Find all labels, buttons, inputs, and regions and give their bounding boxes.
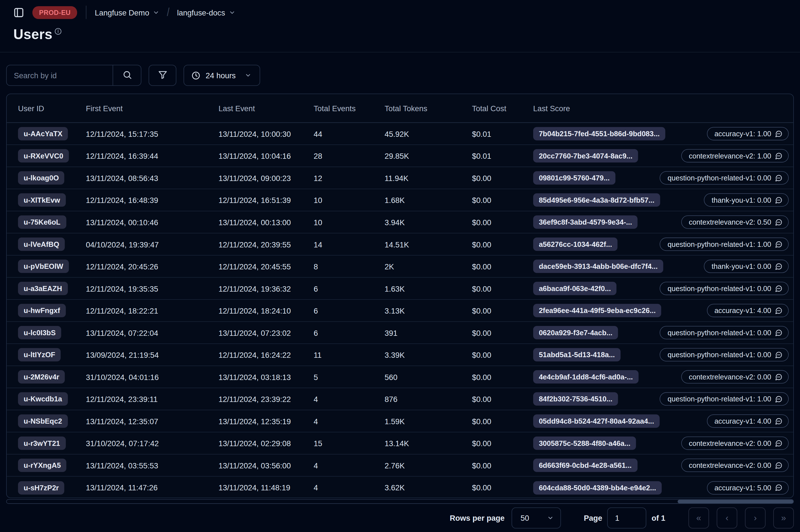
user-id-badge[interactable]: u-lVeAfBQ bbox=[18, 238, 65, 251]
total-events-cell: 4 bbox=[313, 483, 384, 492]
score-pill[interactable]: thank-you-v1: 0.00 bbox=[704, 260, 789, 273]
table-row[interactable]: u-lVeAfBQ 04/10/2024, 19:39:47 12/11/202… bbox=[7, 233, 794, 255]
score-pill[interactable]: question-python-related-v1: 1.00 bbox=[660, 393, 789, 405]
score-trace-id-badge[interactable]: 20cc7760-7be3-4074-8ac9... bbox=[533, 149, 638, 163]
score-pill[interactable]: contextrelevance-v2: 0.00 bbox=[681, 458, 788, 472]
score-pill[interactable]: question-python-related-v1: 0.00 bbox=[660, 282, 789, 295]
score-pill[interactable]: contextrelevance-v2: 0.50 bbox=[681, 215, 788, 229]
table-row[interactable]: u-sH7zP2r 13/11/2024, 11:47:26 13/11/202… bbox=[7, 477, 794, 498]
last-event-cell: 12/11/2024, 20:39:55 bbox=[218, 240, 313, 249]
table-row[interactable]: u-XlTkEvw 12/11/2024, 16:48:39 12/11/202… bbox=[7, 189, 794, 211]
comment-bubble-icon bbox=[775, 241, 783, 248]
sidebar-toggle-button[interactable] bbox=[13, 7, 24, 18]
user-id-badge[interactable]: u-RXeVVC0 bbox=[18, 149, 69, 163]
table-row[interactable]: u-2M26v4r 31/10/2024, 04:01:16 13/11/202… bbox=[7, 366, 794, 388]
next-page-button[interactable]: › bbox=[745, 508, 766, 529]
score-trace-id-badge[interactable]: 85d495e6-956e-4a3a-8d72-bfb57... bbox=[533, 193, 660, 207]
table-row[interactable]: u-RXeVVC0 12/11/2024, 16:39:44 13/11/202… bbox=[7, 145, 794, 167]
score-trace-id-badge[interactable]: 7b04b215-7fed-4551-b86d-9bd083... bbox=[533, 127, 665, 140]
score-trace-id-badge[interactable]: 84f2b302-7536-4510... bbox=[533, 393, 618, 405]
score-trace-id-badge[interactable]: 05dd94c8-b524-427f-80a4-92aa4... bbox=[533, 414, 660, 428]
score-trace-id-badge[interactable]: 604cda88-50d0-4389-bb4e-e94e2... bbox=[533, 481, 662, 494]
toolbar: 24 hours bbox=[6, 65, 800, 86]
total-tokens-cell: 29.85K bbox=[384, 151, 472, 160]
user-id-badge[interactable]: u-XlTkEvw bbox=[18, 193, 65, 207]
last-score-cell: 20cc7760-7be3-4074-8ac9... contextreleva… bbox=[533, 149, 793, 163]
table-row[interactable]: u-ltIYzOF 13/09/2024, 21:19:54 12/11/202… bbox=[7, 344, 794, 366]
search-button[interactable] bbox=[113, 65, 141, 85]
score-trace-id-badge[interactable]: 09801c99-5760-479... bbox=[533, 171, 615, 184]
user-id-badge[interactable]: u-r3wYT21 bbox=[18, 437, 66, 450]
score-pill[interactable]: accuracy-v1: 4.00 bbox=[707, 414, 788, 428]
first-page-button[interactable]: « bbox=[688, 508, 709, 529]
breadcrumb-org-switcher[interactable]: Langfuse Demo bbox=[95, 8, 159, 17]
filter-button[interactable] bbox=[149, 65, 176, 86]
user-id-badge[interactable]: u-pVbEOlW bbox=[18, 260, 69, 273]
comment-bubble-icon bbox=[775, 306, 783, 314]
user-id-badge[interactable]: u-75Ke6oL bbox=[18, 215, 66, 229]
user-id-badge[interactable]: u-a3aEAZH bbox=[18, 282, 68, 295]
score-trace-id-badge[interactable]: 36ef9c8f-3abd-4579-9e34-... bbox=[533, 215, 637, 229]
score-trace-id-badge[interactable]: 51abd5a1-5d13-418a... bbox=[533, 348, 621, 361]
previous-page-button[interactable]: ‹ bbox=[717, 508, 737, 529]
first-event-cell: 12/11/2024, 23:39:11 bbox=[86, 395, 218, 403]
score-pill[interactable]: contextrelevance-v2: 0.00 bbox=[681, 437, 788, 450]
table-row[interactable]: u-Kwcdb1a 12/11/2024, 23:39:11 12/11/202… bbox=[7, 388, 794, 411]
comment-bubble-icon bbox=[775, 417, 783, 425]
horizontal-scrollbar-track[interactable] bbox=[6, 499, 794, 504]
table-row[interactable]: u-pVbEOlW 12/11/2024, 20:45:26 12/11/202… bbox=[7, 255, 794, 278]
user-id-badge[interactable]: u-Kwcdb1a bbox=[18, 393, 68, 405]
score-pill[interactable]: contextrelevance-v2: 0.00 bbox=[681, 370, 788, 383]
horizontal-scrollbar-thumb[interactable] bbox=[678, 500, 793, 503]
score-trace-id-badge[interactable]: 0620a929-f3e7-4acb... bbox=[533, 326, 618, 339]
time-range-select[interactable]: 24 hours bbox=[184, 65, 260, 86]
score-pill-label: contextrelevance-v2: 0.00 bbox=[689, 373, 771, 381]
rows-per-page-select[interactable]: 50 bbox=[512, 508, 561, 529]
user-id-badge[interactable]: u-sH7zP2r bbox=[18, 481, 64, 494]
table-row[interactable]: u-rYXngA5 13/11/2024, 03:55:53 13/11/202… bbox=[7, 455, 794, 477]
page-number-input[interactable] bbox=[607, 508, 647, 529]
score-pill[interactable]: thank-you-v1: 0.00 bbox=[704, 193, 789, 207]
info-icon[interactable] bbox=[55, 28, 62, 35]
score-pill[interactable]: question-python-related-v1: 0.00 bbox=[660, 171, 789, 184]
user-id-badge[interactable]: u-AAcYaTX bbox=[18, 127, 68, 140]
table-row[interactable]: u-75Ke6oL 13/11/2024, 00:10:46 13/11/202… bbox=[7, 211, 794, 234]
score-trace-id-badge[interactable]: a56276cc-1034-462f... bbox=[533, 238, 617, 251]
user-id-badge[interactable]: u-ltIYzOF bbox=[18, 348, 61, 361]
table-row[interactable]: u-a3aEAZH 12/11/2024, 19:35:35 12/11/202… bbox=[7, 278, 794, 300]
last-page-button[interactable]: » bbox=[773, 508, 794, 529]
search-input[interactable] bbox=[7, 65, 113, 85]
score-pill[interactable]: question-python-related-v1: 0.00 bbox=[660, 326, 789, 339]
total-events-cell: 10 bbox=[313, 196, 384, 204]
score-trace-id-badge[interactable]: a6baca9f-063e-42f0... bbox=[533, 282, 616, 295]
table-row[interactable]: u-r3wYT21 31/10/2024, 07:17:42 13/11/202… bbox=[7, 432, 794, 455]
score-trace-id-badge[interactable]: 2fea96ee-441a-49f5-9eba-ec9c26... bbox=[533, 304, 661, 317]
score-pill-label: question-python-related-v1: 0.00 bbox=[668, 284, 771, 292]
score-pill[interactable]: contextrelevance-v2: 1.00 bbox=[681, 149, 788, 163]
user-id-badge[interactable]: u-hwFngxf bbox=[18, 304, 65, 317]
user-id-badge[interactable]: u-rYXngA5 bbox=[18, 458, 66, 472]
table-row[interactable]: u-NSbEqc2 13/11/2024, 12:35:07 13/11/202… bbox=[7, 411, 794, 433]
user-id-badge[interactable]: u-lc0I3bS bbox=[18, 326, 61, 339]
user-id-badge[interactable]: u-NSbEqc2 bbox=[18, 414, 68, 428]
search-control bbox=[6, 65, 141, 86]
score-trace-id-badge[interactable]: dace59eb-3913-4abb-b06e-dfc7f4... bbox=[533, 260, 663, 273]
table-row[interactable]: u-lkoag0O 13/11/2024, 08:56:43 13/11/202… bbox=[7, 167, 794, 189]
first-event-cell: 12/11/2024, 19:35:35 bbox=[86, 284, 218, 293]
total-tokens-cell: 2.76K bbox=[384, 461, 472, 470]
score-trace-id-badge[interactable]: 4e4cb9af-1dd8-4cf6-ad0a-... bbox=[533, 370, 639, 383]
score-pill[interactable]: accuracy-v1: 4.00 bbox=[707, 304, 788, 317]
total-tokens-cell: 1.59K bbox=[384, 417, 472, 425]
score-trace-id-badge[interactable]: 3005875c-5288-4f80-a46a... bbox=[533, 437, 636, 450]
score-pill[interactable]: question-python-related-v1: 0.00 bbox=[660, 348, 789, 361]
user-id-badge[interactable]: u-lkoag0O bbox=[18, 171, 64, 184]
breadcrumb-project-switcher[interactable]: langfuse-docs bbox=[177, 8, 235, 17]
score-pill[interactable]: accuracy-v1: 5.00 bbox=[707, 481, 788, 494]
table-row[interactable]: u-lc0I3bS 13/11/2024, 07:22:04 13/11/202… bbox=[7, 322, 794, 344]
score-trace-id-badge[interactable]: 6d663f69-0cbd-4e28-a561... bbox=[533, 458, 637, 472]
table-row[interactable]: u-AAcYaTX 12/11/2024, 15:17:35 13/11/202… bbox=[7, 123, 794, 145]
score-pill[interactable]: question-python-related-v1: 1.00 bbox=[660, 238, 789, 251]
table-row[interactable]: u-hwFngxf 12/11/2024, 18:22:21 12/11/202… bbox=[7, 300, 794, 322]
score-pill[interactable]: accuracy-v1: 1.00 bbox=[707, 127, 788, 140]
user-id-badge[interactable]: u-2M26v4r bbox=[18, 370, 65, 383]
